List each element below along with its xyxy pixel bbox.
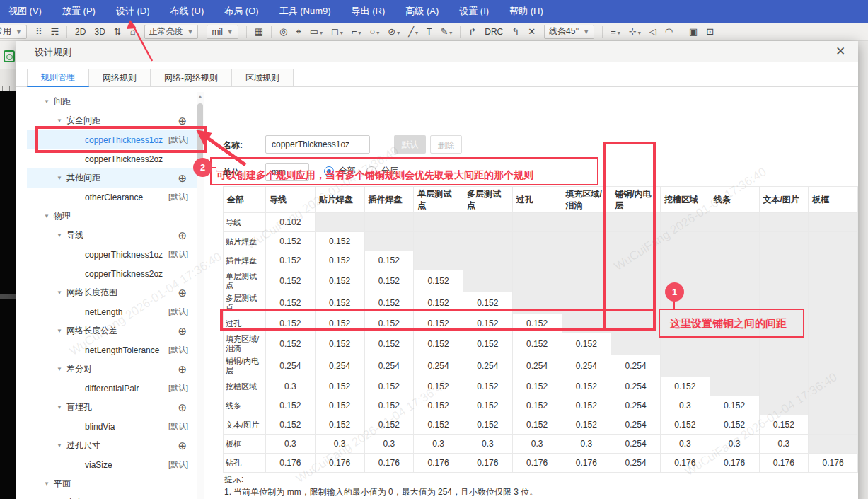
align-icon[interactable]: ≡▾ [611,26,620,37]
clearance-cell[interactable]: 0.176 [315,454,364,473]
menu-item-0[interactable]: 视图 (V) [8,5,42,18]
clearance-cell[interactable]: 0.254 [611,396,661,415]
clearance-cell[interactable]: 0.152 [661,415,710,435]
clearance-cell[interactable]: 0.152 [414,377,463,396]
clearance-cell[interactable]: 0.152 [661,377,710,396]
clearance-cell[interactable]: 0.152 [414,415,463,435]
polygon-icon[interactable]: ⌐▾ [352,26,361,37]
column-header-2[interactable]: 贴片焊盘 [315,187,364,213]
column-header-10[interactable]: 线条 [710,187,759,213]
clearance-cell[interactable]: 0.152 [463,415,513,435]
add-rule-icon[interactable]: ⊕ [178,229,187,242]
clearance-cell[interactable]: 0.3 [661,435,710,454]
clearance-cell[interactable]: 0.152 [710,415,759,435]
tree-rule-11[interactable]: netLength[默认] [27,302,197,321]
clearance-cell[interactable]: 0.152 [364,415,414,435]
column-header-0[interactable]: 全部 [224,187,266,213]
tree-collapse-icon[interactable]: ▼ [57,404,62,411]
tree-rule-17[interactable]: blindVia[默认] [27,417,197,436]
clearance-cell[interactable]: 0.176 [661,454,710,473]
components-grid-icon[interactable]: ⠿ [35,26,42,37]
radio-all[interactable]: 全部 [324,165,356,177]
tree-rule-3[interactable]: copperThickness2oz [27,149,197,168]
clearance-cell[interactable]: 0.176 [266,454,316,473]
add-rule-icon[interactable]: ⊕ [178,172,187,185]
pad-icon[interactable]: ⌖ [296,26,301,38]
clearance-cell[interactable]: 0.152 [364,396,414,415]
menu-item-9[interactable]: 帮助 (H) [509,5,543,18]
clearance-cell[interactable]: 0.152 [315,333,364,355]
tab-1[interactable]: 网络规则 [89,69,151,87]
panel-left-icon[interactable]: ▣ [689,26,698,37]
keepout-icon[interactable]: ⊘▾ [388,26,400,37]
line-icon[interactable]: ╱▾ [408,26,418,37]
column-header-4[interactable]: 单层测试点 [414,187,463,213]
clearance-cell[interactable]: 0.254 [364,355,414,377]
tab-0[interactable]: 规则管理 [27,69,89,87]
clearance-cell[interactable]: 0.152 [463,377,513,396]
clearance-cell[interactable]: 0.152 [315,396,364,415]
column-header-1[interactable]: 导线 [266,187,316,213]
rect-region-icon[interactable]: ▭▾ [310,26,323,37]
arc-icon[interactable]: ◠ [665,26,673,37]
column-header-3[interactable]: 插件焊盘 [364,187,414,213]
clearance-cell[interactable]: 0.3 [266,435,316,454]
clearance-cell[interactable]: 0.152 [266,314,316,333]
clearance-cell[interactable]: 0.254 [463,355,513,377]
tree-group-7[interactable]: ▼导线⊕ [27,226,197,245]
menu-item-2[interactable]: 设计 (D) [116,5,150,18]
tree-group-4[interactable]: ▼其他间距⊕ [27,168,197,188]
scroll-up-icon[interactable]: ▲ [197,93,203,100]
clearance-cell[interactable]: 0.3 [661,396,710,415]
tree-scrollbar[interactable]: ▲ [197,92,204,499]
delete-button[interactable]: 删除 [430,135,462,154]
flip-board-icon[interactable]: ⇅ [114,26,122,37]
clearance-cell[interactable]: 0.3 [759,435,809,454]
mirror-icon[interactable]: ◁ [649,26,656,37]
unroute-icon[interactable]: ↰ [511,26,519,37]
clearance-cell[interactable]: 0.176 [463,454,513,473]
clearance-cell[interactable]: 0.152 [266,415,316,435]
tree-group-16[interactable]: ▼盲埋孔⊕ [27,398,197,417]
tab-2[interactable]: 网络-网络规则 [151,69,232,87]
clearance-cell[interactable]: 0.3 [463,435,513,454]
tab-3[interactable]: 区域规则 [232,69,294,87]
tree-collapse-icon[interactable]: ▼ [57,366,62,372]
clearance-cell[interactable]: 0.152 [266,232,316,251]
clearance-cell[interactable]: 0.254 [512,355,562,377]
clearance-cell[interactable]: 0.152 [266,292,316,314]
default-button[interactable]: 默认 [394,135,426,154]
tree-group-18[interactable]: ▼过孔尺寸⊕ [27,436,197,455]
tree-collapse-icon[interactable]: ▼ [57,175,62,181]
view-2d-button[interactable]: 2D [75,27,86,37]
tree-collapse-icon[interactable]: ▼ [44,213,50,219]
tree-collapse-icon[interactable]: ▼ [57,328,62,334]
clearance-cell[interactable]: 0.254 [562,355,611,377]
clearance-cell[interactable]: 0.152 [315,292,364,314]
add-rule-icon[interactable]: ⊕ [178,401,187,414]
menu-item-6[interactable]: 导出 (R) [352,5,386,18]
close-icon[interactable]: ✕ [833,44,848,59]
clearance-cell[interactable]: 0.152 [364,333,414,355]
clearance-cell[interactable]: 0.152 [512,314,562,333]
clearance-cell[interactable]: 0.152 [364,377,414,396]
clearance-cell[interactable]: 0.152 [512,415,562,435]
clearance-cell[interactable]: 0.152 [414,314,463,333]
add-rule-icon[interactable]: ⊕ [178,325,187,338]
clearance-cell[interactable]: 0.3 [562,435,611,454]
brightness-select[interactable]: 正常亮度▼ [144,25,199,39]
home-view-icon[interactable]: ⌂ [130,26,136,37]
clearance-cell[interactable]: 0.152 [266,251,316,270]
clearance-cell[interactable]: 0.254 [611,355,661,377]
menu-item-4[interactable]: 布局 (O) [224,5,258,18]
clearance-cell[interactable]: 0.152 [759,415,809,435]
tree-collapse-icon[interactable]: ▼ [57,117,62,124]
tree-group-12[interactable]: ▼网络长度公差⊕ [27,321,197,340]
tree-group-14[interactable]: ▼差分对⊕ [27,360,197,379]
clearance-cell[interactable]: 0.152 [315,415,364,435]
clearance-cell[interactable]: 0.152 [562,333,611,355]
tree-group-1[interactable]: ▼安全间距⊕ [27,111,197,130]
clearance-cell[interactable]: 0.3 [414,435,463,454]
text-tool-button[interactable]: T [427,27,432,37]
clearance-cell[interactable]: 0.254 [611,454,661,473]
